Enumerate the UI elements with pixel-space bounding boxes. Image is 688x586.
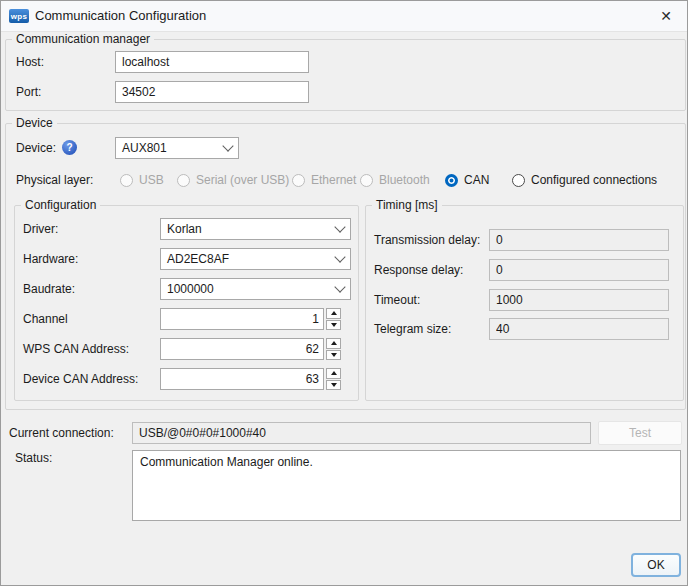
wps-logo-icon: wps: [9, 9, 29, 23]
telegram-size-label: Telegram size:: [374, 322, 451, 337]
chevron-down-icon: [222, 140, 233, 151]
response-delay-input[interactable]: [489, 259, 669, 281]
wps-can-address-spinner: [326, 338, 341, 360]
current-connection-input[interactable]: [132, 422, 591, 444]
chevron-down-icon: [334, 281, 345, 292]
host-input[interactable]: [115, 51, 309, 73]
device-can-address-label: Device CAN Address:: [23, 372, 138, 387]
hardware-select[interactable]: AD2EC8AF: [160, 248, 351, 270]
spin-up-icon: [331, 371, 337, 375]
spin-up-button[interactable]: [326, 338, 341, 349]
device-can-address-input[interactable]: [160, 368, 324, 390]
device-legend: Device: [12, 116, 57, 131]
spin-down-button[interactable]: [326, 380, 341, 391]
driver-label: Driver:: [23, 222, 58, 237]
hardware-label: Hardware:: [23, 252, 78, 267]
hardware-select-value: AD2EC8AF: [167, 249, 229, 269]
radio-can[interactable]: CAN: [445, 172, 489, 188]
driver-select-value: Korlan: [167, 219, 202, 239]
physical-layer-label: Physical layer:: [16, 173, 93, 188]
window-title: Communication Configuration: [35, 8, 206, 23]
timing-legend: Timing [ms]: [372, 198, 442, 213]
baudrate-select[interactable]: 1000000: [160, 278, 351, 300]
communication-manager-legend: Communication manager: [12, 32, 154, 47]
timeout-input[interactable]: [489, 289, 669, 311]
spin-up-icon: [331, 311, 337, 315]
spin-up-button[interactable]: [326, 308, 341, 319]
test-button[interactable]: Test: [598, 421, 682, 445]
status-textarea[interactable]: Communication Manager online.: [132, 450, 681, 521]
transmission-delay-label: Transmission delay:: [374, 233, 480, 248]
radio-configured-connections-label: Configured connections: [531, 173, 657, 187]
ok-button[interactable]: OK: [631, 553, 681, 577]
response-delay-label: Response delay:: [374, 263, 463, 278]
radio-usb-label: USB: [139, 173, 164, 187]
close-icon: ✕: [660, 8, 672, 24]
timeout-label: Timeout:: [374, 293, 420, 308]
channel-spinner: [326, 308, 341, 330]
configuration-group: Configuration Driver: Korlan Hardware: A…: [14, 205, 359, 401]
timing-group: Timing [ms] Transmission delay: Response…: [365, 205, 684, 401]
radio-serial-label: Serial (over USB): [196, 173, 289, 187]
spin-down-icon: [331, 353, 337, 357]
radio-circle-icon: [292, 174, 305, 187]
radio-circle-icon: [512, 174, 525, 187]
device-select-value: AUX801: [122, 138, 167, 158]
radio-bluetooth-label: Bluetooth: [379, 173, 430, 187]
telegram-size-input[interactable]: [489, 318, 669, 340]
spin-down-icon: [331, 323, 337, 327]
configuration-legend: Configuration: [21, 198, 100, 213]
baudrate-select-value: 1000000: [167, 279, 214, 299]
communication-configuration-dialog: wps Communication Configuration ✕ Commun…: [0, 0, 688, 586]
device-group: Device Device: ? AUX801 Physical layer: …: [5, 123, 686, 410]
spin-up-icon: [331, 341, 337, 345]
driver-select[interactable]: Korlan: [160, 218, 351, 240]
radio-ethernet-label: Ethernet: [311, 173, 356, 187]
device-select[interactable]: AUX801: [115, 137, 239, 159]
close-button[interactable]: ✕: [653, 4, 679, 28]
port-label: Port:: [16, 85, 41, 100]
baudrate-label: Baudrate:: [23, 282, 75, 297]
radio-ethernet: Ethernet: [292, 172, 356, 188]
device-can-address-spinner: [326, 368, 341, 390]
radio-circle-icon: [177, 174, 190, 187]
chevron-down-icon: [334, 221, 345, 232]
device-label: Device:: [16, 141, 56, 156]
current-connection-label: Current connection:: [9, 426, 114, 441]
port-input[interactable]: [115, 81, 309, 103]
status-label: Status:: [15, 451, 52, 466]
radio-can-label: CAN: [464, 173, 489, 187]
radio-selected-icon: [445, 174, 458, 187]
host-label: Host:: [16, 55, 44, 70]
channel-label: Channel: [23, 312, 68, 327]
communication-manager-group: Communication manager Host: Port:: [5, 39, 686, 111]
radio-circle-icon: [120, 174, 133, 187]
wps-can-address-label: WPS CAN Address:: [23, 342, 129, 357]
spin-down-button[interactable]: [326, 350, 341, 361]
radio-usb: USB: [120, 172, 164, 188]
chevron-down-icon: [334, 251, 345, 262]
spin-up-button[interactable]: [326, 368, 341, 379]
radio-serial-over-usb: Serial (over USB): [177, 172, 289, 188]
wps-can-address-input[interactable]: [160, 338, 324, 360]
channel-input[interactable]: [160, 308, 324, 330]
radio-configured-connections[interactable]: Configured connections: [512, 172, 657, 188]
help-icon[interactable]: ?: [62, 140, 77, 155]
spin-down-icon: [331, 383, 337, 387]
title-bar: wps Communication Configuration ✕: [1, 1, 687, 32]
spin-down-button[interactable]: [326, 320, 341, 331]
radio-circle-icon: [360, 174, 373, 187]
radio-bluetooth: Bluetooth: [360, 172, 430, 188]
transmission-delay-input[interactable]: [489, 229, 669, 251]
